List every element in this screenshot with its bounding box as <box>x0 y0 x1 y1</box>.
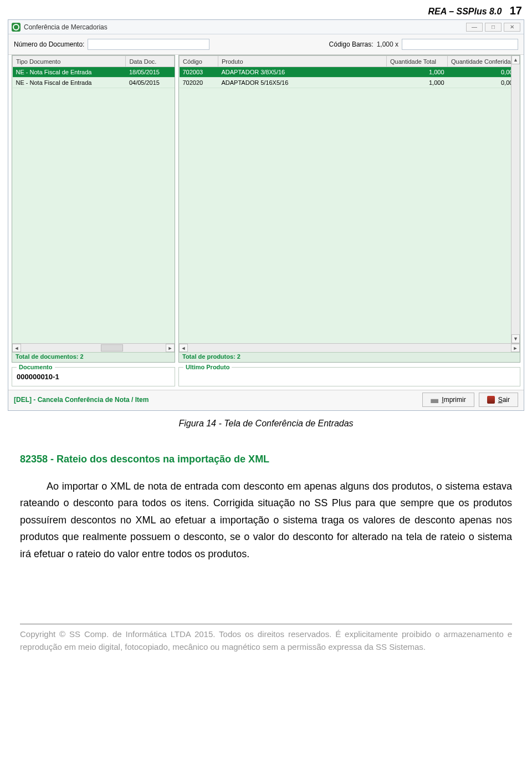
right-horizontal-scrollbar[interactable]: ◄ ► <box>179 343 520 352</box>
table-row[interactable]: NE - Nota Fiscal de Entrada04/05/2015 <box>13 78 175 88</box>
barcode-multiplier: 1,000 x <box>377 40 398 48</box>
scroll-right-icon[interactable]: ► <box>511 344 520 352</box>
cell-produto: ADAPTADOR 5/16X5/16 <box>218 78 387 88</box>
table-row[interactable]: 702003ADAPTADOR 3/8X5/161,0000,000 <box>180 67 520 78</box>
cell-produto: ADAPTADOR 3/8X5/16 <box>218 67 387 78</box>
right-vertical-scrollbar[interactable]: ▲ ▼ <box>511 55 520 343</box>
col-qtd-total[interactable]: Quantidade Total <box>387 56 448 67</box>
scroll-up-icon[interactable]: ▲ <box>511 55 520 64</box>
scroll-left-icon[interactable]: ◄ <box>179 344 188 352</box>
col-qtd-conferida[interactable]: Quantidade Conferida <box>448 56 520 67</box>
search-row: Número do Documento: Código Barras: 1,00… <box>8 34 524 55</box>
maximize-button[interactable]: □ <box>485 23 502 32</box>
footer-text: Copyright © SS Comp. de Informática LTDA… <box>20 628 512 654</box>
close-button[interactable]: ✕ <box>504 23 520 32</box>
exit-button[interactable]: Sair <box>479 393 518 407</box>
cell-qtd-total: 1,000 <box>387 67 448 78</box>
table-row[interactable]: NE - Nota Fiscal de Entrada18/05/2015 <box>13 67 175 78</box>
documento-value: 000000010-1 <box>17 373 170 381</box>
cell-qtd-conferida: 0,000 <box>448 67 520 78</box>
products-grid[interactable]: Código Produto Quantidade Total Quantida… <box>178 55 520 363</box>
cell-codigo: 702020 <box>180 78 218 88</box>
print-button[interactable]: Imprimir <box>422 393 474 407</box>
products-total: Total de produtos: 2 <box>179 352 520 362</box>
documents-grid[interactable]: Tipo Documento Data Doc. NE - Nota Fisca… <box>12 55 175 363</box>
barcode-input[interactable] <box>402 39 518 50</box>
exit-button-label: Sair <box>498 396 510 404</box>
cell-qtd-total: 1,000 <box>387 78 448 88</box>
section-body: Ao importar o XML de nota de entrada com… <box>20 478 512 563</box>
cell-tipo: NE - Nota Fiscal de Entrada <box>13 78 126 88</box>
section-title: 82358 - Rateio dos descontos na importaç… <box>20 451 512 468</box>
exit-icon <box>487 396 495 404</box>
app-icon <box>12 23 21 32</box>
documents-total: Total de documentos: 2 <box>12 352 175 362</box>
app-window: Conferência de Mercadorias — □ ✕ Número … <box>8 19 524 411</box>
title-bar: Conferência de Mercadorias — □ ✕ <box>8 20 524 34</box>
cell-qtd-conferida: 0,000 <box>448 78 520 88</box>
doc-number-label: Número do Documento: <box>14 40 84 48</box>
table-row[interactable]: 702020ADAPTADOR 5/16X5/161,0000,000 <box>180 78 520 88</box>
printer-icon <box>431 396 438 403</box>
page-number: 17 <box>510 4 522 17</box>
window-title: Conferência de Mercadorias <box>24 23 466 31</box>
left-horizontal-scrollbar[interactable]: ◄ ► <box>12 343 175 352</box>
figure-caption: Figura 14 - Tela de Conferência de Entra… <box>0 419 532 429</box>
cell-data: 04/05/2015 <box>126 78 175 88</box>
doc-title: REA – SSPlus 8.0 <box>428 7 502 16</box>
col-tipo-documento[interactable]: Tipo Documento <box>13 56 126 67</box>
ultimo-produto-legend: Ultimo Produto <box>183 364 232 370</box>
barcode-label: Código Barras: <box>329 40 374 48</box>
col-data-doc[interactable]: Data Doc. <box>126 56 175 67</box>
scroll-right-icon[interactable]: ► <box>166 344 175 352</box>
page-header: REA – SSPlus 8.0 17 <box>0 0 532 19</box>
minimize-button[interactable]: — <box>466 23 483 32</box>
doc-number-input[interactable] <box>88 39 209 50</box>
print-button-label: Imprimir <box>442 396 466 404</box>
cell-tipo: NE - Nota Fiscal de Entrada <box>13 67 126 78</box>
ultimo-produto-group: Ultimo Produto <box>178 364 520 386</box>
scroll-down-icon[interactable]: ▼ <box>511 334 520 343</box>
cell-data: 18/05/2015 <box>126 67 175 78</box>
scroll-left-icon[interactable]: ◄ <box>12 344 21 352</box>
col-codigo[interactable]: Código <box>180 56 218 67</box>
cell-codigo: 702003 <box>180 67 218 78</box>
col-produto[interactable]: Produto <box>218 56 387 67</box>
footer-divider <box>20 624 512 624</box>
documento-group: Documento 000000010-1 <box>12 364 175 386</box>
scroll-thumb[interactable] <box>101 344 123 352</box>
status-hint: [DEL] - Cancela Conferência de Nota / It… <box>14 396 418 404</box>
documento-legend: Documento <box>17 364 55 370</box>
